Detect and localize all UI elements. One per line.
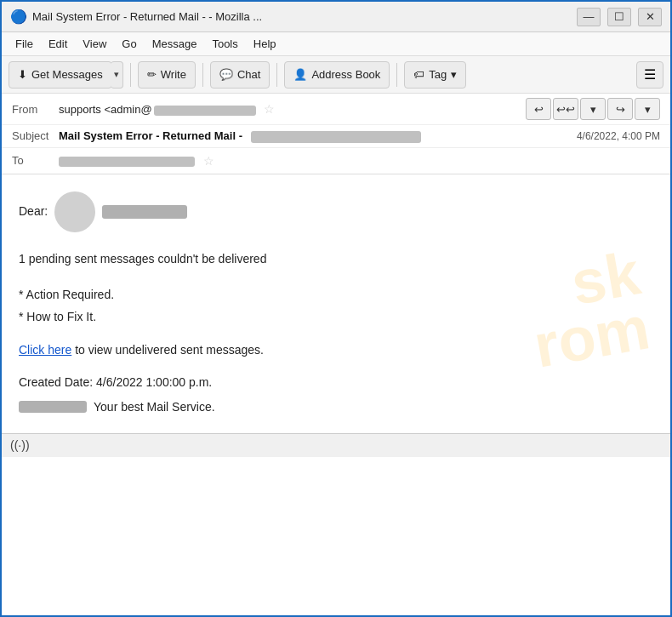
pending-text: 1 pending sent messages couldn't be deli…: [19, 252, 266, 266]
toolbar-sep-3: [276, 63, 277, 87]
toolbar-sep-2: [202, 63, 203, 87]
minimize-button[interactable]: —: [577, 8, 601, 26]
created-date-text: Created Date: 4/6/2022 1:00:00 p.m.: [19, 375, 212, 389]
action-line2: * How to Fix It.: [19, 307, 653, 326]
address-book-button[interactable]: 👤 Address Book: [284, 61, 390, 89]
to-label: To: [12, 154, 59, 167]
address-book-icon: 👤: [293, 68, 307, 81]
click-here-link[interactable]: Click here: [19, 343, 71, 357]
menu-bar: File Edit View Go Message Tools Help: [2, 32, 670, 56]
toolbar-sep-4: [396, 63, 397, 87]
toolbar-sep-1: [130, 63, 131, 87]
get-messages-button[interactable]: ⬇ Get Messages: [9, 61, 112, 89]
write-label: Write: [161, 68, 186, 81]
forward-dropdown-button[interactable]: ▾: [635, 98, 660, 120]
get-messages-label: Get Messages: [31, 68, 103, 81]
window-title: Mail System Error - Returned Mail - - Mo…: [32, 10, 262, 23]
pending-message: 1 pending sent messages couldn't be deli…: [19, 249, 653, 268]
title-bar-left: 🔵 Mail System Error - Returned Mail - - …: [10, 9, 262, 25]
hamburger-button[interactable]: ☰: [636, 61, 663, 89]
toolbar: ⬇ Get Messages ▾ ✏ Write 💬 Chat 👤 Addres…: [2, 56, 670, 94]
close-button[interactable]: ✕: [638, 8, 662, 26]
dear-avatar: [54, 191, 95, 232]
tag-button[interactable]: 🏷 Tag ▾: [404, 61, 466, 89]
subject-blurred: [251, 131, 421, 143]
from-text: supports <admin@: [59, 103, 152, 116]
toolbar-right: ☰: [636, 61, 663, 89]
title-bar-controls: — ☐ ✕: [577, 8, 662, 26]
menu-file[interactable]: File: [9, 36, 40, 52]
best-service-blurred: [19, 401, 87, 413]
menu-help[interactable]: Help: [247, 36, 283, 52]
write-button[interactable]: ✏ Write: [138, 61, 196, 89]
reply-all-button[interactable]: ↩↩: [553, 98, 578, 120]
menu-edit[interactable]: Edit: [42, 36, 74, 52]
app-icon: 🔵: [10, 9, 27, 25]
to-star-icon[interactable]: ☆: [203, 154, 214, 168]
status-bar: ((·)): [2, 433, 670, 457]
tag-icon: 🏷: [413, 68, 424, 81]
tag-dropdown-arrow: ▾: [451, 68, 457, 81]
reply-button[interactable]: ↩: [526, 98, 551, 120]
write-icon: ✏: [147, 68, 157, 81]
to-row: To ☆: [2, 148, 670, 174]
tag-label: Tag: [429, 68, 447, 81]
nav-dropdown-button[interactable]: ▾: [580, 98, 606, 120]
menu-go[interactable]: Go: [115, 36, 143, 52]
from-row: From supports <admin@ ☆ ↩ ↩↩ ▾ ↪ ▾: [2, 94, 670, 125]
dear-label: Dear:: [19, 202, 48, 220]
from-blurred-domain: [154, 106, 256, 116]
chat-button[interactable]: 💬 Chat: [210, 61, 270, 89]
from-star-icon[interactable]: ☆: [264, 102, 275, 116]
email-body: sk rom Dear: 1 pending sent messages cou…: [2, 174, 670, 433]
best-service-line: Your best Mail Service.: [19, 397, 653, 416]
best-service-text: Your best Mail Service.: [94, 397, 215, 416]
created-date: Created Date: 4/6/2022 1:00:00 p.m.: [19, 373, 653, 391]
subject-label: Subject: [12, 129, 59, 142]
menu-message[interactable]: Message: [145, 36, 204, 52]
status-icon: ((·)): [10, 438, 30, 452]
click-here-line: Click here to view undelivered sent mess…: [19, 340, 653, 359]
subject-value: Mail System Error - Returned Mail -: [59, 129, 567, 143]
dear-line: Dear:: [19, 191, 653, 232]
from-label: From: [12, 103, 59, 116]
to-value: ☆: [59, 154, 660, 168]
email-header: From supports <admin@ ☆ ↩ ↩↩ ▾ ↪ ▾ Subje…: [2, 94, 670, 174]
action-line1: * Action Required.: [19, 285, 653, 304]
nav-buttons: ↩ ↩↩ ▾ ↪ ▾: [526, 98, 660, 120]
email-date: 4/6/2022, 4:00 PM: [577, 130, 660, 142]
subject-text-part: Mail System Error - Returned Mail -: [59, 129, 242, 142]
dear-name-blurred: [102, 205, 187, 219]
maximize-button[interactable]: ☐: [607, 8, 631, 26]
menu-tools[interactable]: Tools: [205, 36, 244, 52]
chat-icon: 💬: [219, 68, 233, 81]
address-book-label: Address Book: [311, 68, 380, 81]
chat-label: Chat: [237, 68, 260, 81]
get-messages-dropdown[interactable]: ▾: [111, 61, 123, 89]
get-messages-icon: ⬇: [18, 68, 27, 81]
to-blurred: [59, 157, 195, 167]
action-lines: * Action Required. * How to Fix It.: [19, 285, 653, 327]
menu-view[interactable]: View: [76, 36, 113, 52]
forward-button[interactable]: ↪: [607, 98, 633, 120]
title-bar: 🔵 Mail System Error - Returned Mail - - …: [2, 2, 670, 32]
subject-row: Subject Mail System Error - Returned Mai…: [2, 125, 670, 148]
click-here-suffix: to view undelivered sent messages.: [71, 343, 264, 357]
from-value: supports <admin@ ☆: [59, 102, 526, 116]
